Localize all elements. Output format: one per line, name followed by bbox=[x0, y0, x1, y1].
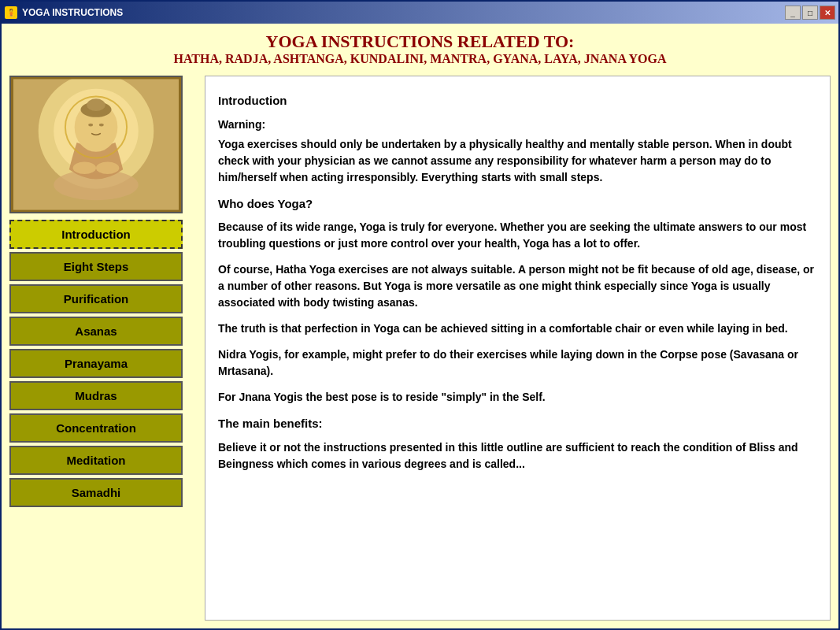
svg-point-10 bbox=[73, 161, 96, 174]
app-icon: 🧘 bbox=[5, 6, 17, 19]
nav-btn-pranayama[interactable]: Pranayama bbox=[9, 349, 183, 378]
nav-btn-introduction[interactable]: Introduction bbox=[9, 220, 183, 249]
section1-title: Introduction bbox=[218, 92, 817, 110]
svg-point-5 bbox=[88, 124, 93, 127]
section3-title: The main benefits: bbox=[218, 415, 817, 433]
nav-btn-samadhi[interactable]: Samadhi bbox=[9, 478, 183, 507]
main-content: YOGA INSTRUCTIONS RELATED TO: HATHA, RAD… bbox=[2, 24, 838, 628]
nav-btn-mudras[interactable]: Mudras bbox=[9, 381, 183, 410]
content-para3: The truth is that perfection in Yoga can… bbox=[218, 321, 817, 337]
window-title: YOGA INSTRUCTIONS bbox=[22, 7, 123, 18]
nav-btn-asanas[interactable]: Asanas bbox=[9, 317, 183, 346]
nav-btn-eight-steps[interactable]: Eight Steps bbox=[9, 252, 183, 281]
warning-text: Yoga exercises should only be undertaken… bbox=[218, 136, 817, 186]
nav-btn-purification[interactable]: Purification bbox=[9, 284, 183, 313]
svg-point-8 bbox=[87, 98, 105, 111]
content-para1: Because of its wide range, Yoga is truly… bbox=[218, 219, 817, 252]
svg-point-6 bbox=[99, 124, 104, 127]
titlebar-left: 🧘 YOGA INSTRUCTIONS bbox=[5, 6, 123, 19]
content-para6: Believe it or not the instructions prese… bbox=[218, 439, 817, 472]
section2-title: Who does Yoga? bbox=[218, 195, 817, 213]
warning-block: Warning: Yoga exercises should only be u… bbox=[218, 117, 817, 186]
nav-buttons: Introduction Eight Steps Purification As… bbox=[9, 220, 198, 507]
header: YOGA INSTRUCTIONS RELATED TO: HATHA, RAD… bbox=[9, 32, 831, 66]
content-para5: For Jnana Yogis the best pose is to resi… bbox=[218, 389, 817, 406]
main-window: 🧘 YOGA INSTRUCTIONS _ □ ✕ YOGA INSTRUCTI… bbox=[0, 0, 840, 630]
content-para2: Of course, Hatha Yoga exercises are not … bbox=[218, 261, 817, 311]
page-subtitle: HATHA, RADJA, ASHTANGA, KUNDALINI, MANTR… bbox=[9, 52, 831, 66]
maximize-button[interactable]: □ bbox=[802, 6, 818, 20]
content-para4: Nidra Yogis, for example, might prefer t… bbox=[218, 346, 817, 380]
titlebar-buttons: _ □ ✕ bbox=[785, 6, 835, 20]
svg-point-11 bbox=[96, 161, 119, 174]
titlebar: 🧘 YOGA INSTRUCTIONS _ □ ✕ bbox=[2, 2, 838, 24]
content-panel[interactable]: Introduction Warning: Yoga exercises sho… bbox=[205, 76, 831, 621]
nav-btn-meditation[interactable]: Meditation bbox=[9, 446, 183, 475]
content-area: Introduction Eight Steps Purification As… bbox=[9, 76, 831, 621]
sidebar: Introduction Eight Steps Purification As… bbox=[9, 76, 198, 621]
nav-btn-concentration[interactable]: Concentration bbox=[9, 413, 183, 443]
buddha-image bbox=[9, 76, 183, 213]
close-button[interactable]: ✕ bbox=[820, 6, 835, 20]
page-title: YOGA INSTRUCTIONS RELATED TO: bbox=[9, 32, 831, 52]
warning-title: Warning: bbox=[218, 117, 817, 133]
minimize-button[interactable]: _ bbox=[785, 6, 801, 20]
